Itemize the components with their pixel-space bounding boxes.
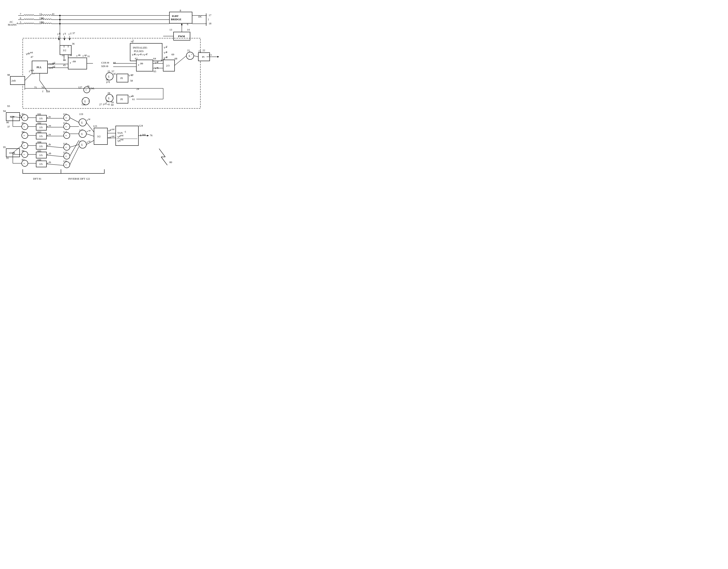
label-60: 60: [111, 103, 114, 106]
label-76b: 76: [150, 134, 153, 137]
label-79: 79: [131, 40, 133, 43]
ete-label: e: [87, 118, 88, 121]
esb-sub: sb: [49, 152, 51, 155]
init-label2: PULSES: [134, 50, 144, 53]
plus-lower: +: [88, 100, 89, 103]
etb-sub: tb: [49, 143, 51, 146]
label-94: 94: [3, 109, 6, 113]
pi-lower-label: PI: [120, 98, 123, 101]
tan-vd-sup: est: [120, 134, 124, 137]
ese-label: e: [87, 130, 88, 133]
is-label-105: I/S: [39, 154, 43, 157]
Vt-sub: T: [166, 45, 168, 48]
label-13: 13: [169, 28, 172, 31]
label-31: 31: [87, 55, 90, 58]
label-Iqe-sub: qe: [84, 54, 87, 57]
is-label-106: I/S: [39, 163, 43, 166]
Vq-est-sup: est: [112, 135, 115, 138]
f-label: f: [42, 90, 43, 93]
IR-label: I: [57, 33, 58, 36]
Vd-est-sup: est: [112, 128, 115, 131]
label-69: 69: [171, 53, 174, 56]
label-27: 27: [99, 103, 102, 106]
label-8: 8: [180, 9, 181, 12]
label-41: 41: [52, 12, 55, 15]
init-eq: =V*: [136, 53, 141, 56]
label-95: 95: [3, 146, 6, 149]
theta-init-label: θ: [140, 134, 141, 137]
label-91: 91: [6, 157, 9, 160]
tan-vd-sub: d: [119, 135, 120, 138]
sigma-vqe: Σ: [108, 75, 110, 78]
label-65: 65: [153, 70, 156, 73]
Id-star: I*: [103, 103, 105, 106]
mult-x-label: ×: [85, 88, 87, 92]
label-22: 22: [202, 49, 205, 52]
minus-lower: -: [83, 98, 83, 101]
Iq-star: I*: [106, 81, 108, 84]
mult-x-112: ×: [65, 125, 67, 128]
pi-right-label: PI: [202, 55, 205, 58]
IR-sub: R: [59, 32, 61, 35]
svg-point-94: [59, 23, 61, 24]
eta-sub: ta: [49, 115, 51, 118]
mult-x-115: ×: [65, 155, 67, 158]
ac-mains-label2: MAINS: [8, 23, 17, 26]
svg-point-92: [59, 15, 61, 16]
label-44b: 44: [113, 61, 116, 64]
label-61: 61: [132, 98, 135, 101]
label-39: 39: [41, 21, 44, 24]
label-124: 124: [139, 124, 143, 127]
erb-sub: rb: [49, 161, 51, 164]
label-77: 77: [32, 72, 35, 75]
ese-sub: se: [88, 129, 91, 132]
tan-vq-sup: est: [120, 138, 124, 141]
exp-neg-sup: -JΘ: [72, 60, 76, 63]
plus-vde: +: [112, 95, 113, 98]
sin-theta-label: SIN Θ: [101, 65, 108, 68]
label-2-3: 2/3: [166, 64, 170, 67]
pi-middle-label: PI: [120, 77, 123, 80]
label-45b: 45: [113, 72, 116, 75]
IT-label: I: [69, 33, 69, 36]
sin-theta2-sub2: 2: [54, 65, 55, 68]
mult-x-85: ×: [23, 144, 25, 147]
init-label3-sub: R: [134, 53, 136, 56]
Vd-sub: d: [157, 60, 158, 63]
era-sub: ra: [49, 133, 51, 136]
pll-label: PLL: [37, 66, 42, 69]
sigma-top-right: Σ: [189, 54, 190, 57]
mult-x-86: ×: [23, 153, 25, 156]
label-14: 14: [187, 28, 190, 31]
label-47: 47: [31, 55, 33, 58]
Vde-sub: de: [27, 52, 30, 55]
label-Iqe: I: [83, 54, 83, 57]
Vde-star-sub: de: [131, 94, 134, 98]
label-90: 90: [6, 121, 9, 124]
label-33: 33: [62, 54, 64, 57]
svg-point-93: [59, 19, 61, 20]
label-98: 98: [7, 73, 10, 76]
label-68: 68: [175, 57, 177, 60]
Vstar-label: V*: [209, 54, 212, 57]
label-37: 37: [72, 32, 75, 35]
Vq-sub: q: [157, 66, 158, 69]
plus-vde2: +: [106, 99, 107, 102]
ere-sub: re: [88, 140, 90, 143]
mult-x-87: ×: [23, 162, 25, 165]
Vd-est-sub: d: [110, 128, 111, 132]
cos-theta2-sub2: 2: [54, 61, 55, 64]
label-34: 34: [69, 54, 72, 57]
label-3-2-bottom: 3/2: [97, 135, 101, 138]
mult-x-84: ×: [23, 134, 25, 137]
IT-sub: T: [70, 32, 72, 35]
sigma-lower: Σ: [84, 100, 86, 103]
is-label-103: I/S: [39, 135, 43, 138]
sigma-120: Σ: [81, 132, 83, 136]
dft-label: DFT 81: [33, 177, 42, 180]
mult-x-82: ×: [23, 116, 25, 119]
label-21: 21: [187, 49, 190, 52]
label-17: 17: [209, 14, 212, 17]
exp-pos-top-sup: JΘ: [140, 62, 143, 65]
dc-label2: }: [208, 18, 209, 21]
